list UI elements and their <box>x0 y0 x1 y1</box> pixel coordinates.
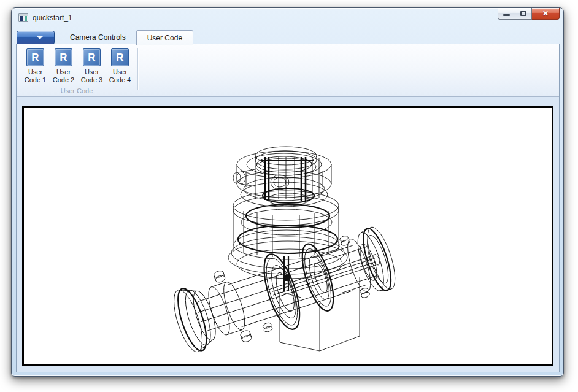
button-label: User Code 2 <box>53 68 74 84</box>
chevron-down-icon <box>37 36 43 39</box>
minimize-icon <box>503 14 510 16</box>
r-script-icon: R <box>26 48 44 66</box>
r-script-icon: R <box>111 48 129 66</box>
valve-wireframe-model <box>24 108 552 364</box>
user-code-4-button[interactable]: R User Code 4 <box>106 47 134 84</box>
minimize-button[interactable] <box>498 8 515 20</box>
application-menu-button[interactable] <box>17 31 55 44</box>
r-script-icon: R <box>83 48 101 66</box>
close-button[interactable]: ✕ <box>532 8 560 20</box>
button-label: User Code 1 <box>25 68 46 84</box>
user-code-1-button[interactable]: R User Code 1 <box>21 47 49 84</box>
maximize-icon <box>520 11 526 16</box>
viewport-canvas[interactable] <box>22 106 553 366</box>
client-area: R User Code 1 R User Code 2 <box>16 44 560 372</box>
app-icon <box>18 13 28 22</box>
close-icon: ✕ <box>542 10 549 17</box>
application-window: quickstart_1 ✕ Camera Controls User Code <box>11 7 564 377</box>
button-label: User Code 3 <box>81 68 102 84</box>
ribbon-group-label: User Code <box>21 87 132 94</box>
maximize-button[interactable] <box>515 8 532 20</box>
title-bar[interactable]: quickstart_1 ✕ <box>12 8 563 30</box>
ribbon-tab-row: Camera Controls User Code <box>17 30 560 44</box>
button-label: User Code 4 <box>109 68 131 84</box>
user-code-2-button[interactable]: R User Code 2 <box>50 47 77 84</box>
user-code-3-button[interactable]: R User Code 3 <box>78 47 106 84</box>
ribbon-content: R User Code 1 R User Code 2 <box>17 44 559 97</box>
ribbon-group-user-code: R User Code 1 R User Code 2 <box>17 44 143 96</box>
tab-camera-controls[interactable]: Camera Controls <box>60 30 136 44</box>
tab-user-code[interactable]: User Code <box>136 30 193 45</box>
ribbon-buttons: R User Code 1 R User Code 2 <box>21 47 134 84</box>
r-script-icon: R <box>55 48 72 66</box>
window-title: quickstart_1 <box>33 13 72 22</box>
group-separator <box>137 48 138 90</box>
window-controls: ✕ <box>498 8 560 20</box>
